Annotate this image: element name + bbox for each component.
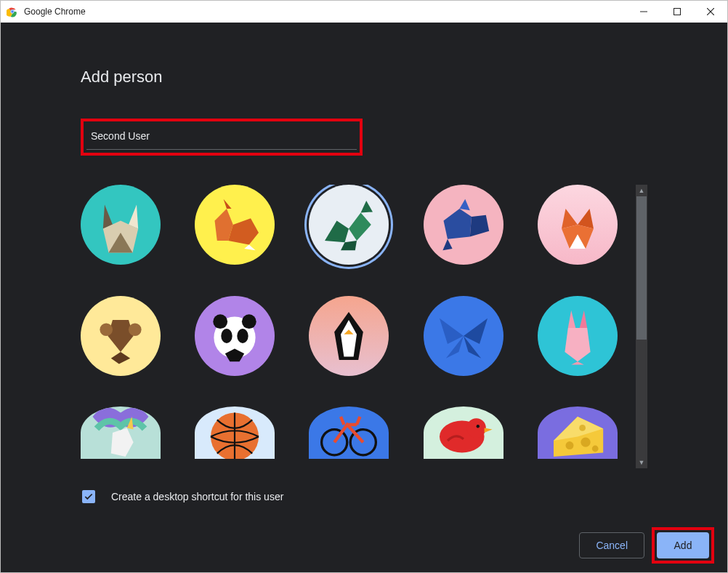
- avatar-origami-unicorn[interactable]: [81, 406, 161, 459]
- avatar-bird[interactable]: [424, 406, 503, 459]
- svg-point-35: [100, 323, 113, 336]
- minimize-button[interactable]: [627, 1, 660, 23]
- scroll-down-arrow[interactable]: ▼: [636, 457, 647, 468]
- avatar-origami-elephant[interactable]: [424, 185, 503, 265]
- person-name-input[interactable]: [86, 124, 357, 150]
- svg-point-70: [476, 425, 479, 428]
- dialog-content: Add person ▲ ▼ Create a desktop sh: [1, 23, 727, 572]
- name-input-highlight: [81, 119, 363, 156]
- add-button[interactable]: Add: [657, 532, 709, 558]
- avatar-origami-monkey[interactable]: [81, 296, 161, 376]
- avatar-origami-dragon[interactable]: [309, 185, 389, 265]
- svg-point-76: [592, 446, 599, 452]
- maximize-button[interactable]: [660, 1, 694, 23]
- svg-point-42: [237, 329, 248, 343]
- avatar-origami-penguin[interactable]: [309, 296, 389, 376]
- svg-point-41: [221, 329, 232, 343]
- scroll-thumb[interactable]: [636, 196, 647, 340]
- avatar-origami-corgi[interactable]: [195, 185, 275, 265]
- svg-point-74: [565, 441, 573, 449]
- desktop-shortcut-label: Create a desktop shortcut for this user: [111, 491, 283, 502]
- chrome-icon: [7, 6, 18, 17]
- titlebar: Google Chrome: [1, 1, 727, 23]
- avatar-scrollbar[interactable]: ▲ ▼: [636, 185, 647, 468]
- avatar-origami-rabbit[interactable]: [538, 296, 618, 376]
- svg-point-68: [466, 419, 485, 438]
- add-button-highlight: Add: [652, 527, 714, 564]
- svg-point-75: [581, 438, 590, 447]
- svg-point-39: [213, 314, 227, 329]
- close-button[interactable]: [694, 1, 727, 23]
- avatar-bicycle[interactable]: [309, 406, 389, 459]
- svg-point-36: [129, 323, 142, 336]
- scroll-up-arrow[interactable]: ▲: [636, 185, 647, 196]
- desktop-shortcut-checkbox[interactable]: [82, 490, 95, 503]
- svg-point-77: [579, 425, 586, 431]
- dialog-heading: Add person: [81, 68, 647, 87]
- avatar-cheese[interactable]: [538, 406, 618, 459]
- avatar-grid: [81, 185, 636, 468]
- svg-rect-4: [674, 9, 681, 15]
- avatar-origami-butterfly[interactable]: [424, 296, 503, 376]
- window-title: Google Chrome: [24, 7, 86, 17]
- avatar-basketball[interactable]: [195, 406, 275, 459]
- avatar-origami-panda[interactable]: [195, 296, 275, 376]
- avatar-origami-cat[interactable]: [81, 185, 161, 265]
- svg-point-40: [242, 314, 256, 329]
- chrome-window: Google Chrome Add person ▲: [0, 0, 728, 573]
- svg-rect-63: [309, 406, 389, 459]
- avatar-origami-fox[interactable]: [538, 185, 618, 265]
- svg-rect-17: [309, 185, 389, 265]
- cancel-button[interactable]: Cancel: [579, 532, 644, 558]
